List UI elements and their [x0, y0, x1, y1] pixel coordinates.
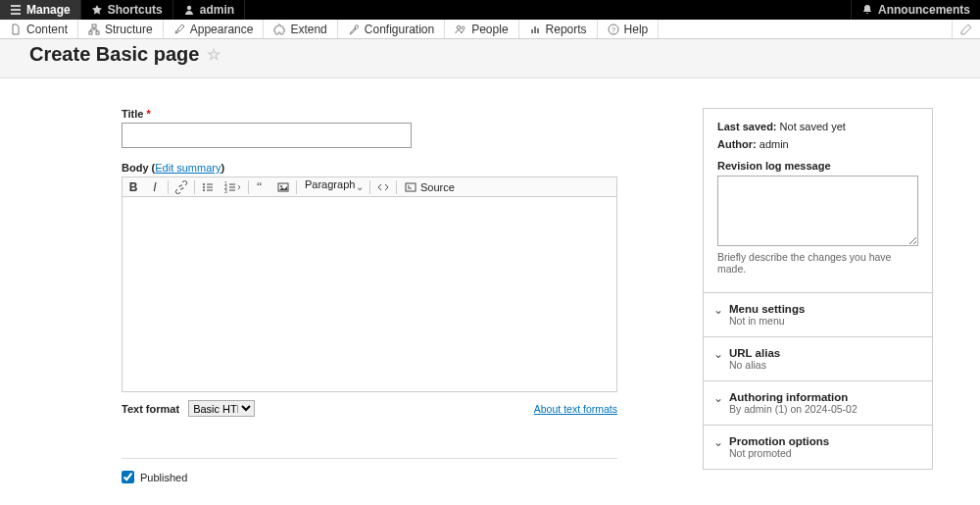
sidebar-column: Last saved: Not saved yet Author: admin … — [703, 108, 933, 505]
source-label: Source — [420, 181, 455, 193]
code-icon — [376, 180, 390, 194]
favorite-star-icon[interactable]: ☆ — [207, 45, 220, 64]
main-column: Title * Body (Edit summary) B I — [122, 108, 683, 505]
source-button[interactable]: Source — [399, 181, 461, 193]
image-button[interactable] — [272, 177, 294, 197]
admin-menu-content[interactable]: Content — [0, 20, 78, 38]
manage-toggle[interactable]: Manage — [0, 0, 81, 20]
question-icon: ? — [608, 24, 619, 35]
text-format-label: Text format — [122, 403, 179, 415]
url-alias-details[interactable]: URL alias No alias — [704, 337, 932, 381]
admin-menu-label: Reports — [546, 23, 587, 36]
admin-menu: Content Structure Appearance Extend Conf… — [0, 20, 980, 39]
bell-icon — [861, 4, 873, 16]
authoring-sub: By admin (1) on 2024-05-02 — [729, 403, 918, 415]
image-icon — [276, 180, 290, 194]
person-icon — [183, 4, 195, 16]
admin-menu-reports[interactable]: Reports — [519, 20, 598, 38]
published-row: Published — [122, 471, 683, 483]
required-marker: * — [143, 108, 150, 120]
svg-rect-3 — [96, 31, 99, 34]
authoring-title: Authoring information — [729, 391, 918, 403]
admin-menu-help[interactable]: ? Help — [598, 20, 660, 38]
title-input[interactable] — [122, 123, 412, 148]
content-region: Title * Body (Edit summary) B I — [0, 78, 980, 505]
revision-row: Revision log message Briefly describe th… — [717, 160, 918, 275]
file-icon — [10, 24, 22, 35]
svg-point-12 — [203, 186, 205, 188]
edit-summary-link[interactable]: Edit summary — [155, 162, 220, 174]
separator — [194, 180, 195, 194]
author-row: Author: admin — [717, 138, 918, 150]
numbered-list-button[interactable]: 123 — [219, 177, 246, 197]
sidebar-box: Last saved: Not saved yet Author: admin … — [703, 108, 933, 470]
admin-menu-label: Extend — [290, 23, 326, 36]
svg-text:3: 3 — [224, 188, 227, 194]
admin-menu-label: Configuration — [365, 23, 434, 36]
revision-label: Revision log message — [717, 160, 918, 172]
svg-rect-8 — [537, 28, 539, 33]
heading-select[interactable]: Paragraph — [299, 178, 368, 196]
promotion-details[interactable]: Promotion options Not promoted — [704, 426, 932, 469]
svg-text:“: “ — [257, 180, 262, 193]
link-button[interactable] — [171, 177, 192, 197]
separator — [248, 180, 249, 194]
wrench-icon — [348, 24, 360, 35]
link-icon — [174, 180, 188, 194]
svg-rect-2 — [89, 31, 92, 34]
italic-button[interactable]: I — [144, 177, 166, 197]
editor-toolbar: B I 123 “ — [122, 177, 616, 197]
svg-rect-7 — [534, 26, 536, 33]
bar-chart-icon — [529, 24, 541, 35]
text-format-select[interactable]: Basic HTML — [188, 400, 255, 417]
star-icon — [91, 4, 103, 16]
admin-menu-label: People — [471, 23, 508, 36]
svg-point-0 — [187, 6, 191, 10]
separator — [168, 180, 169, 194]
bulleted-list-button[interactable] — [197, 177, 219, 197]
svg-text:?: ? — [612, 26, 615, 33]
authoring-details[interactable]: Authoring information By admin (1) on 20… — [704, 381, 932, 426]
menu-settings-title: Menu settings — [729, 303, 918, 315]
heading-select-label: Paragraph — [299, 178, 372, 196]
announcements-label: Announcements — [878, 3, 970, 17]
shortcuts-toggle[interactable]: Shortcuts — [81, 0, 173, 20]
numbered-list-icon: 123 — [223, 180, 241, 194]
admin-menu-structure[interactable]: Structure — [78, 20, 164, 38]
admin-menu-label: Appearance — [190, 23, 254, 36]
svg-rect-6 — [531, 29, 533, 33]
announcements-toggle[interactable]: Announcements — [851, 0, 980, 20]
separator — [296, 180, 297, 194]
url-alias-title: URL alias — [729, 347, 918, 359]
code-button[interactable] — [372, 177, 394, 197]
published-checkbox[interactable] — [122, 471, 134, 483]
sidebar-meta: Last saved: Not saved yet Author: admin … — [704, 109, 932, 293]
editor-body[interactable] — [122, 197, 616, 391]
promotion-title: Promotion options — [729, 435, 918, 447]
rich-text-editor: B I 123 “ — [122, 177, 617, 392]
admin-menu-people[interactable]: People — [445, 20, 518, 38]
revision-log-textarea[interactable] — [717, 176, 918, 246]
admin-menu-label: Structure — [105, 23, 153, 36]
admin-menu-appearance[interactable]: Appearance — [164, 20, 265, 38]
quote-icon: “ — [255, 180, 269, 194]
edit-mode-toggle[interactable] — [952, 20, 980, 38]
divider — [122, 458, 617, 459]
admin-menu-extend[interactable]: Extend — [264, 20, 337, 38]
blockquote-button[interactable]: “ — [251, 177, 272, 197]
bold-button[interactable]: B — [122, 177, 144, 197]
about-text-formats-link[interactable]: About text formats — [534, 403, 617, 415]
text-format-row: Text format Basic HTML About text format… — [122, 400, 617, 417]
separator — [396, 180, 397, 194]
user-label: admin — [200, 3, 234, 17]
people-icon — [455, 24, 466, 35]
svg-point-5 — [462, 26, 465, 29]
title-region: Create Basic page ☆ — [0, 39, 980, 78]
menu-settings-details[interactable]: Menu settings Not in menu — [704, 293, 932, 337]
admin-menu-configuration[interactable]: Configuration — [338, 20, 445, 38]
manage-label: Manage — [26, 3, 71, 17]
user-toggle[interactable]: admin — [173, 0, 245, 20]
hierarchy-icon — [88, 24, 100, 35]
last-saved-row: Last saved: Not saved yet — [717, 121, 918, 132]
pencil-icon — [960, 24, 972, 35]
